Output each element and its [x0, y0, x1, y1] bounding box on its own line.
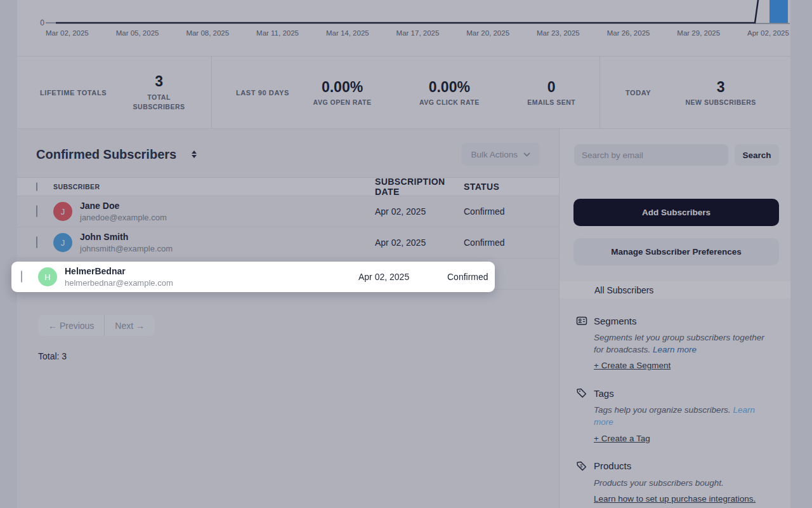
dim-overlay	[0, 0, 812, 508]
subscriber-name[interactable]: HelmerBednar	[65, 265, 173, 277]
subscriber-email: helmerbednar@example.com	[65, 277, 173, 289]
highlighted-subscriber-row[interactable]: H HelmerBednar helmerbednar@example.com …	[11, 262, 495, 292]
avatar: H	[38, 267, 57, 286]
row-checkbox[interactable]	[21, 271, 22, 283]
status-badge: Confirmed	[447, 272, 495, 282]
subscription-date: Apr 02, 2025	[358, 272, 447, 282]
